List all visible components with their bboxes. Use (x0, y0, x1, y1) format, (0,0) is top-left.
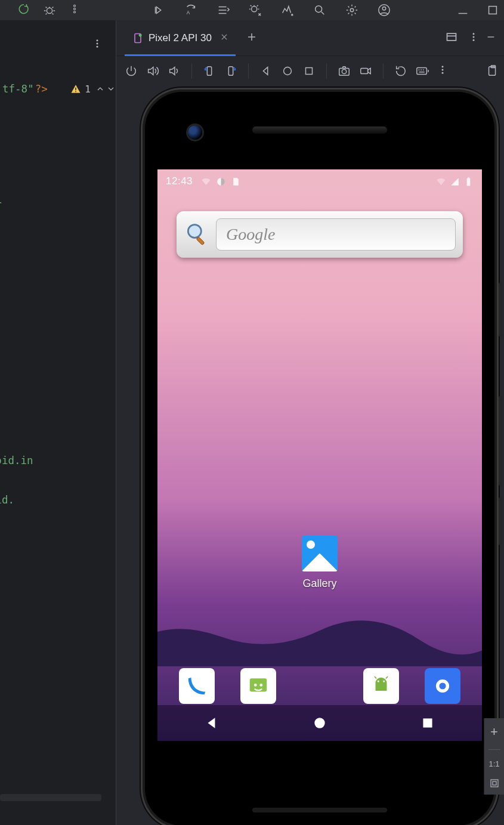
emulator-more-kebab-icon[interactable] (437, 64, 448, 78)
debug-bug-icon[interactable] (43, 4, 56, 17)
zoom-gutter: + 1:1 (484, 718, 504, 795)
svg-point-9 (382, 7, 386, 11)
profiler-icon[interactable] (281, 4, 294, 17)
volume-up-icon[interactable] (146, 64, 159, 78)
back-nav-icon[interactable] (259, 64, 273, 78)
app-android-system[interactable] (363, 668, 399, 704)
search-icon[interactable] (313, 4, 326, 17)
side-button (499, 283, 502, 336)
keyboard-input-icon[interactable] (416, 64, 429, 78)
svg-rect-36 (467, 178, 471, 186)
restart-history-icon[interactable] (394, 64, 407, 78)
google-search-widget[interactable]: Google (177, 211, 463, 258)
reload-icon[interactable] (17, 4, 30, 17)
fit-screen-icon[interactable] (489, 778, 500, 789)
svg-text:A: A (187, 10, 190, 16)
zoom-in-icon[interactable]: + (490, 724, 498, 740)
svg-point-43 (378, 681, 379, 682)
tab-device[interactable]: Pixel 2 API 30 (125, 20, 236, 55)
signal-icon (450, 177, 460, 187)
screenshot-icon[interactable] (338, 64, 351, 78)
side-button (499, 498, 502, 545)
side-button (499, 396, 502, 486)
xml-text: ?> (35, 79, 48, 99)
step-into-icon[interactable]: A (184, 4, 197, 17)
step-over-icon[interactable] (152, 4, 165, 17)
minimize-window-icon[interactable] (456, 4, 469, 17)
dock-empty (302, 668, 338, 704)
kebab-menu-icon[interactable] (69, 4, 80, 17)
rotate-left-icon[interactable] (203, 64, 216, 78)
front-camera (188, 125, 202, 140)
chevron-down-icon[interactable] (106, 84, 116, 94)
app-label: Gallery (302, 577, 336, 589)
svg-point-12 (97, 43, 98, 45)
svg-point-21 (473, 39, 475, 41)
list-icon[interactable] (217, 4, 230, 17)
chevron-up-icon[interactable] (95, 84, 105, 94)
overview-nav-icon[interactable] (302, 64, 316, 78)
ide-main-toolbar: A (0, 0, 504, 20)
device-screen[interactable]: 12:43 Go (157, 169, 482, 741)
problems-count: 1 (85, 79, 91, 99)
svg-point-46 (439, 682, 446, 689)
svg-rect-28 (361, 68, 368, 73)
home-nav-icon[interactable] (281, 64, 294, 78)
svg-point-20 (473, 36, 475, 38)
emulator-toolbar (116, 56, 504, 86)
svg-point-1 (74, 5, 76, 7)
app-gallery[interactable]: Gallery (295, 536, 344, 590)
dock (157, 668, 482, 704)
editor-scrollbar[interactable] (0, 794, 101, 801)
add-tab-icon[interactable] (246, 32, 257, 45)
gallery-icon (302, 536, 338, 571)
svg-point-19 (473, 33, 475, 35)
hide-panel-icon[interactable] (486, 32, 496, 44)
power-icon[interactable] (125, 64, 138, 78)
settings-gear-icon[interactable] (345, 4, 358, 17)
nav-back-icon[interactable] (204, 715, 219, 731)
account-icon[interactable] (378, 4, 391, 17)
app-phone[interactable] (179, 668, 215, 704)
emulator-tab-bar: Pixel 2 API 30 (116, 20, 504, 56)
tab-label: Pixel 2 API 30 (149, 32, 212, 44)
zoom-ratio[interactable]: 1:1 (488, 759, 499, 768)
svg-point-7 (350, 8, 354, 12)
clipboard-icon[interactable] (486, 64, 499, 78)
magnifier-icon (184, 221, 210, 248)
app-messages[interactable] (240, 668, 276, 704)
svg-point-47 (314, 718, 324, 728)
svg-point-27 (342, 69, 346, 73)
window-mode-icon[interactable] (446, 31, 457, 45)
svg-point-0 (47, 8, 52, 13)
maximize-window-icon[interactable] (486, 4, 499, 17)
clock: 12:43 (166, 175, 193, 187)
search-input[interactable]: Google (216, 218, 456, 251)
nav-home-icon[interactable] (312, 715, 327, 731)
battery-icon (463, 177, 474, 187)
device-frame: 12:43 Go (145, 92, 494, 825)
svg-rect-48 (423, 718, 432, 727)
rotate-right-icon[interactable] (224, 64, 237, 78)
android-statusbar: 12:43 (157, 173, 482, 190)
wifi-off-icon (436, 177, 446, 187)
svg-point-41 (254, 684, 257, 687)
close-tab-icon[interactable] (220, 32, 228, 44)
tool-options-kebab-icon[interactable] (468, 32, 479, 45)
bottom-speaker (252, 808, 387, 812)
volume-down-icon[interactable] (168, 64, 181, 78)
svg-point-3 (74, 11, 76, 13)
code-content[interactable]: /schemas.android. .android.com/tool ue" … (0, 77, 33, 530)
svg-rect-49 (491, 780, 498, 787)
nav-overview-icon[interactable] (420, 715, 435, 731)
svg-point-13 (97, 46, 98, 48)
svg-point-31 (442, 69, 444, 71)
code-editor-pane[interactable]: tf-8"?> 1 /schemas.android. .android.com… (0, 20, 116, 825)
svg-point-11 (97, 39, 98, 41)
svg-rect-25 (306, 68, 313, 75)
screen-record-icon[interactable] (359, 64, 372, 78)
attach-debugger-icon[interactable] (249, 4, 262, 17)
app-camera[interactable] (425, 668, 460, 704)
svg-point-24 (284, 67, 292, 75)
editor-kebab-icon[interactable] (92, 36, 103, 55)
